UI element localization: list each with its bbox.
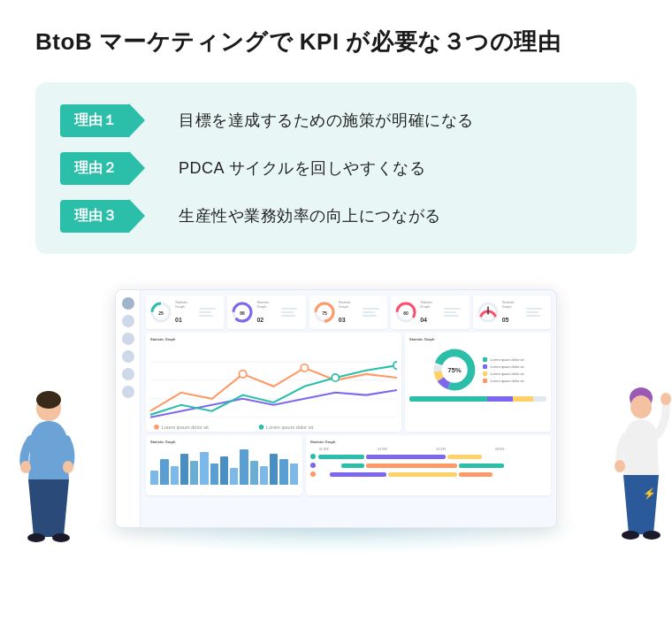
stat-label-4: Statistic Graph — [420, 300, 440, 309]
gantt-row-1 — [310, 454, 546, 459]
bar-15 — [290, 464, 298, 485]
page-title: BtoB マーケティングで KPI が必要な３つの理由 — [35, 27, 637, 57]
stat-num-2: 02 — [256, 317, 263, 323]
person-left-figure — [9, 382, 88, 559]
legend-item-3: Lorem ipsum dolor sit — [483, 372, 523, 376]
stat-circle-2: 88 — [232, 302, 253, 323]
stat-line-c — [363, 315, 377, 317]
legend-item-1: Lorem ipsum dolor sit — [483, 357, 523, 362]
svg-text:⚡: ⚡ — [643, 487, 656, 500]
svg-point-37 — [52, 533, 70, 542]
stat-info-2: Statistic Graph 02 — [256, 300, 277, 326]
stat-line-b — [444, 311, 456, 313]
donut-wrap: 75% Lorem ipsum dolor sit Lorem ipsum do… — [431, 347, 523, 393]
stat-lines-3 — [363, 308, 383, 317]
stat-line-c — [281, 315, 295, 317]
legend-dot-2 — [483, 364, 487, 369]
db-line-chart-card: Statistic Graph — [146, 333, 401, 432]
bar-chart-title: Statistic Graph — [150, 440, 298, 444]
stat-card-5: Statistic Graph 05 — [473, 295, 551, 329]
svg-text:Lorem ipsum dolor sit: Lorem ipsum dolor sit — [266, 425, 314, 430]
stat-info-1: Statistic Graph 01 — [175, 300, 195, 326]
bar-3 — [171, 466, 179, 485]
gantt-row-3 — [310, 471, 546, 477]
stat-circle-3: 75 — [314, 302, 335, 323]
svg-point-33 — [36, 391, 61, 409]
stat-info-4: Statistic Graph 04 — [420, 300, 440, 326]
svg-point-36 — [27, 533, 45, 542]
svg-point-34 — [20, 461, 31, 473]
gantt-dot-3 — [310, 471, 316, 477]
svg-point-39 — [630, 395, 652, 418]
bar-6 — [200, 452, 208, 485]
bar-8 — [220, 456, 228, 485]
stat-label-3: Statistic Graph — [339, 300, 359, 309]
gantt-dot-1 — [310, 454, 316, 459]
stat-line-a — [363, 308, 379, 310]
stat-info-5: Statistic Graph 05 — [502, 300, 523, 326]
stat-circle-1: 25 — [150, 302, 172, 323]
svg-point-24 — [259, 425, 264, 430]
stat-line-a — [444, 308, 461, 310]
reason-badge-text-1: 理由１ — [60, 104, 129, 137]
gantt-bar-2 — [318, 464, 546, 468]
bar-1 — [150, 471, 158, 485]
stat-card-2: 88 Statistic Graph 02 — [227, 295, 305, 329]
bar-11 — [250, 461, 258, 485]
dashboard-area: 25 Statistic Graph 01 88 Stat — [35, 280, 637, 555]
reason-badge-text-2: 理由２ — [60, 152, 129, 185]
donut-svg: 75% — [431, 347, 477, 393]
stat-line-b — [526, 311, 538, 313]
person-right-figure: ⚡ — [606, 382, 672, 559]
reason-badge-2: 理由２ — [60, 151, 157, 185]
reason-text-1: 目標を達成するための施策が明確になる — [179, 110, 474, 131]
reason-badge-text-3: 理由３ — [60, 200, 129, 233]
line-chart-svg: Lorem ipsum dolor sit Lorem ipsum dolor … — [150, 343, 397, 430]
db-donut-card: Statistic Graph — [405, 333, 551, 432]
bar-4 — [180, 454, 188, 485]
svg-point-19 — [301, 364, 308, 372]
db-gantt-card: Statistic Graph 02 ¥¥¥ 04 ¥¥¥ 06 ¥¥¥ 08 … — [306, 435, 551, 495]
svg-point-43 — [643, 531, 661, 540]
svg-point-41 — [661, 393, 671, 405]
reason-badge-3: 理由３ — [60, 199, 157, 233]
db-main-content: 25 Statistic Graph 01 88 Stat — [141, 290, 556, 527]
gantt-row-2 — [310, 463, 546, 468]
db-sidebar — [116, 290, 141, 527]
gantt-content: 02 ¥¥¥ 04 ¥¥¥ 06 ¥¥¥ 08 ¥¥¥ — [310, 448, 546, 477]
gantt-title: Statistic Graph — [310, 440, 546, 444]
bar-9 — [230, 468, 238, 485]
stat-line-c — [199, 315, 213, 317]
stat-line-a — [526, 308, 543, 310]
sidebar-icon-4 — [122, 350, 134, 363]
main-container: BtoB マーケティングで KPI が必要な３つの理由 理由１ 目標を達成するた… — [35, 27, 637, 555]
donut-legend: Lorem ipsum dolor sit Lorem ipsum dolor … — [483, 357, 523, 383]
stat-line-c — [444, 315, 458, 317]
reason-badge-1: 理由１ — [60, 103, 157, 137]
bar-chart-row — [150, 449, 298, 485]
svg-text:75%: 75% — [448, 366, 462, 374]
sidebar-icon-5 — [122, 368, 134, 380]
bar-7 — [210, 464, 218, 485]
svg-text:88: 88 — [241, 310, 246, 316]
legend-dot-1 — [483, 357, 487, 362]
reason-row-3: 理由３ 生産性や業務効率の向上につながる — [60, 199, 612, 233]
stat-num-4: 04 — [420, 317, 427, 323]
legend-text-3: Lorem ipsum dolor sit — [490, 372, 523, 376]
legend-dot-3 — [483, 372, 487, 376]
legend-item-4: Lorem ipsum dolor sit — [483, 379, 523, 383]
svg-point-40 — [615, 460, 625, 472]
db-stats-row: 25 Statistic Graph 01 88 Stat — [141, 290, 556, 329]
svg-point-20 — [332, 374, 339, 381]
svg-point-35 — [63, 461, 73, 473]
stat-line-a — [199, 308, 216, 310]
db-bottom-section: Statistic Graph Statistic Graph 02 ¥¥¥ 0… — [141, 435, 556, 499]
stat-label-2: Statistic Graph — [256, 300, 277, 309]
dashboard-mockup: 25 Statistic Graph 01 88 Stat — [115, 289, 557, 528]
db-middle-section: Statistic Graph — [141, 329, 556, 435]
stat-card-3: 75 Statistic Graph 03 — [309, 295, 387, 329]
line-chart-title: Statistic Graph — [150, 337, 397, 341]
reason-text-2: PDCA サイクルを回しやすくなる — [179, 157, 425, 179]
bar-12 — [260, 466, 268, 485]
svg-text:60: 60 — [403, 310, 409, 316]
